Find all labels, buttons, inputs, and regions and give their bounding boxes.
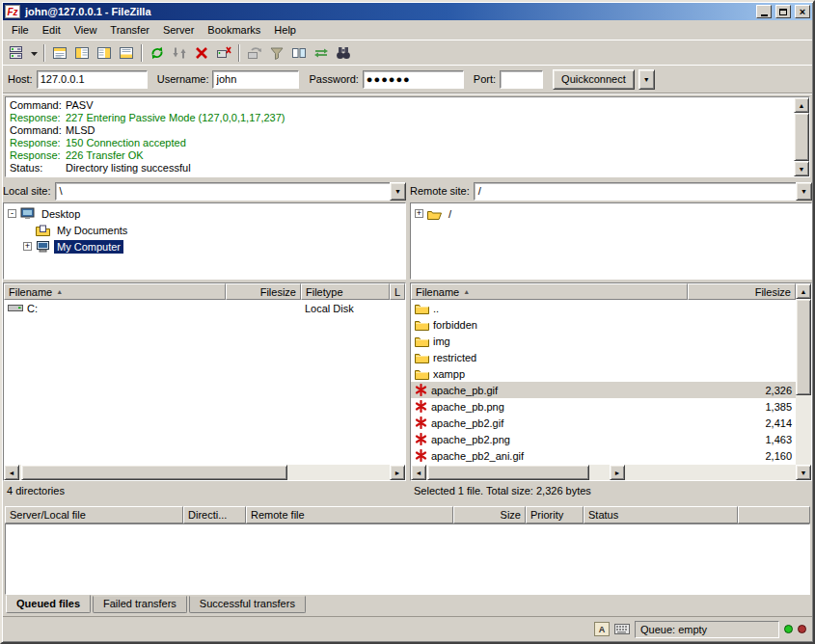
column-header-filesize[interactable]: Filesize	[226, 283, 301, 300]
close-button[interactable]: ×	[795, 5, 810, 18]
column-header-remote-file[interactable]: Remote file	[246, 506, 453, 523]
menu-edit[interactable]: Edit	[36, 22, 68, 38]
scroll-right-icon[interactable]: ►	[390, 465, 405, 480]
log-line-text: MLSD	[66, 124, 95, 136]
menu-view[interactable]: View	[68, 22, 104, 38]
process-queue-button[interactable]	[169, 42, 190, 64]
file-row-apache-pb-gif[interactable]: apache_pb.gif2,326	[411, 382, 796, 398]
file-name: img	[433, 335, 450, 347]
tree-expand-icon[interactable]: +	[23, 242, 32, 251]
chevron-down-icon[interactable]: ▼	[390, 182, 406, 201]
tree-spacer	[23, 226, 32, 234]
menu-help[interactable]: Help	[267, 22, 303, 38]
file-row-apache-pb2-ani-gif[interactable]: apache_pb2_ani.gif2,160	[411, 447, 796, 464]
file-size-cell: 1,385	[688, 401, 796, 413]
scroll-right-icon[interactable]: ►	[610, 465, 625, 480]
scroll-down-icon[interactable]: ▼	[794, 161, 809, 176]
file-row-apache-pb2-png[interactable]: apache_pb2.png1,463	[411, 431, 796, 447]
toggle-local-tree-button[interactable]	[71, 42, 93, 64]
remote-site-row: Remote site: / ▼	[410, 181, 812, 201]
column-header-label: Status	[588, 509, 618, 521]
filezilla-logo-icon[interactable]: Fz	[5, 5, 20, 18]
scroll-left-icon[interactable]: ◄	[411, 465, 426, 480]
file-row-forbidden[interactable]: forbidden	[411, 316, 796, 333]
column-header-directi[interactable]: Directi...	[183, 506, 246, 523]
refresh-button[interactable]	[147, 42, 168, 64]
scroll-down-icon[interactable]: ▼	[796, 465, 811, 480]
column-header-filesize[interactable]: Filesize	[688, 283, 796, 300]
tree-item-my-computer[interactable]: +My Computer	[4, 238, 405, 255]
column-header-server-local-file[interactable]: Server/Local file	[5, 506, 183, 523]
file-panes: Local site: \ ▼ -DesktopMy Documents+My …	[3, 181, 812, 500]
file-row-xampp[interactable]: xampp	[411, 365, 796, 382]
column-header-filetype[interactable]: Filetype	[301, 283, 390, 300]
remote-vscrollbar[interactable]: ▲ ▼	[796, 283, 811, 480]
file-row-blank[interactable]: ..	[411, 300, 796, 316]
scroll-up-icon[interactable]: ▲	[796, 283, 811, 299]
file-row-c[interactable]: C:Local Disk	[4, 300, 405, 316]
site-manager-dropdown-button[interactable]	[28, 42, 40, 64]
site-manager-button[interactable]	[6, 42, 27, 64]
tree-item-desktop[interactable]: -Desktop	[4, 205, 405, 222]
quickconnect-button[interactable]: Quickconnect	[553, 69, 635, 90]
find-files-button[interactable]	[333, 42, 354, 64]
activity-led-green	[784, 625, 793, 633]
toggle-message-log-button[interactable]	[49, 42, 70, 64]
remote-hscrollbar[interactable]: ◄ ►	[411, 465, 796, 480]
chevron-down-icon: ▼	[643, 76, 650, 83]
host-input[interactable]	[37, 70, 148, 89]
tab-queued-files[interactable]: Queued files	[6, 595, 91, 613]
password-input[interactable]	[363, 70, 464, 89]
menu-transfer[interactable]: Transfer	[103, 22, 156, 38]
toggle-queue-button[interactable]	[116, 42, 137, 64]
file-row-apache-pb-png[interactable]: apache_pb.png1,385	[411, 398, 796, 415]
column-header-filename[interactable]: Filename▲	[4, 283, 226, 300]
column-header-label: Server/Local file	[10, 509, 86, 521]
menu-server[interactable]: Server	[156, 22, 201, 38]
chevron-down-icon[interactable]: ▼	[796, 182, 812, 201]
tree-expand-icon[interactable]: +	[415, 209, 423, 218]
directory-comparison-button[interactable]	[288, 42, 310, 64]
column-header-l[interactable]: L	[390, 283, 405, 300]
tree-item-my-documents[interactable]: My Documents	[4, 222, 405, 238]
directory-filters-button[interactable]	[266, 42, 287, 64]
disconnect-button[interactable]	[213, 42, 234, 64]
cancel-button[interactable]	[191, 42, 212, 64]
file-row-img[interactable]: img	[411, 333, 796, 349]
scroll-thumb[interactable]	[794, 113, 809, 161]
scroll-thumb[interactable]	[796, 299, 811, 395]
tab-successful-transfers[interactable]: Successful transfers	[189, 596, 306, 613]
column-header-priority[interactable]: Priority	[526, 506, 584, 523]
tree-item-blank[interactable]: +/	[411, 205, 811, 222]
column-header-filename[interactable]: Filename▲	[411, 283, 688, 300]
column-header-size[interactable]: Size	[453, 506, 526, 523]
quickconnect-dropdown-button[interactable]: ▼	[638, 69, 655, 90]
local-hscrollbar[interactable]: ◄ ►	[4, 465, 405, 480]
reconnect-button[interactable]	[244, 42, 265, 64]
tab-failed-transfers[interactable]: Failed transfers	[93, 596, 187, 613]
remote-site-combo[interactable]: / ▼	[474, 182, 812, 201]
scroll-left-icon[interactable]: ◄	[4, 465, 19, 480]
local-site-combo[interactable]: \ ▼	[55, 182, 406, 201]
file-row-apache-pb2-gif[interactable]: apache_pb2.gif2,414	[411, 415, 796, 431]
column-header-label: Filetype	[306, 286, 343, 298]
log-line-prefix: Status:	[10, 162, 66, 174]
minimize-button[interactable]	[756, 5, 772, 18]
menu-file[interactable]: File	[5, 22, 36, 38]
synchronized-browsing-button[interactable]	[311, 42, 332, 64]
username-input[interactable]	[212, 70, 299, 89]
port-input[interactable]	[500, 70, 543, 89]
menu-bookmarks[interactable]: Bookmarks	[201, 22, 267, 38]
log-scrollbar[interactable]: ▲ ▼	[794, 97, 809, 176]
scroll-thumb[interactable]	[21, 465, 287, 480]
column-header-status[interactable]: Status	[584, 506, 738, 523]
local-site-value: \	[55, 182, 390, 201]
site-manager-dropdown-icon	[30, 44, 39, 62]
file-name-cell: C:	[4, 303, 226, 314]
toggle-remote-tree-button[interactable]	[94, 42, 115, 64]
scroll-up-icon[interactable]: ▲	[794, 97, 809, 113]
file-row-restricted[interactable]: restricted	[411, 349, 796, 365]
maximize-button[interactable]	[775, 5, 791, 18]
scroll-thumb[interactable]	[427, 465, 589, 480]
tree-collapse-icon[interactable]: -	[8, 209, 16, 218]
